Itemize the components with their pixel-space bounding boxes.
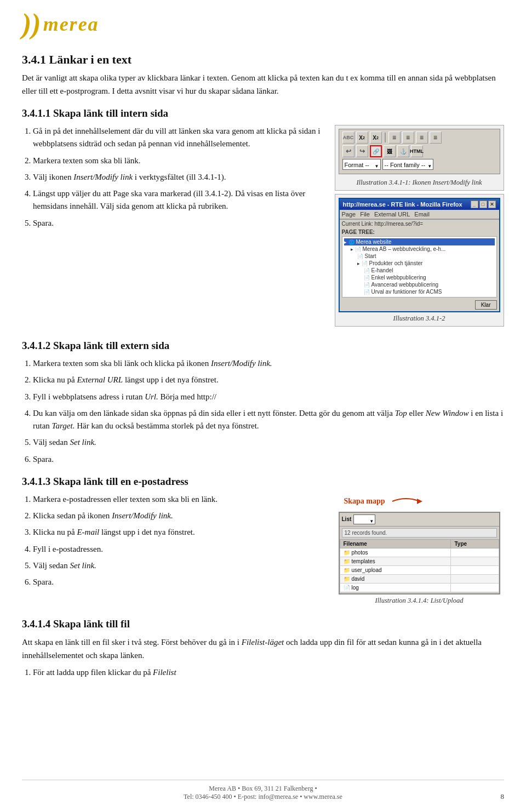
steps-left: Gå in på det innehållselement där du vil… [22,125,323,330]
format-label: Format -- [345,162,369,168]
fl-toolbar: List [340,513,499,527]
ff-close-btn[interactable]: ✕ [488,201,496,208]
html-btn: HTML [411,145,423,157]
intro-paragraph: Det är vanligt att skapa olika typer av … [22,71,504,98]
footer-contact: Tel: 0346-450 400 • E-post: info@merea.s… [22,793,504,801]
step-341-4-1: För att ladda upp filen klickar du på Fi… [33,666,504,679]
undo-btn: ↩ [342,145,355,157]
ff-tree-item-4[interactable]: 📄 E-handel [344,267,495,274]
step-3: Välj ikonen Insert/Modify link i verktyg… [33,171,323,184]
fl-row-templates: 📁templates [340,557,499,565]
fl-cell-user-upload-name: 📁user_upload [340,565,451,574]
filelist-mockup: List 12 records found. Filename Type [339,512,500,594]
svg-marker-0 [417,499,422,504]
ff-min-btn[interactable]: _ [471,201,478,208]
step-341-2-4: Du kan välja om den länkade sidan ska öp… [33,407,504,433]
separator-1 [385,133,386,142]
fl-cell-user-upload-type [451,565,499,574]
step-list-341-4: För att ladda upp filen klickar du på Fi… [33,666,504,679]
skapa-mapp-arrow [390,493,422,510]
fl-col-type: Type [451,539,499,548]
ff-menu-externalurl[interactable]: External URL [374,211,410,218]
section-341-3-content: Markera e-postadressen eller texten som … [22,493,504,608]
toolbar-mockup: ABC X2 X2 ≡ ≡ ≡ ≡ ↩ ↪ 🔗 🖼 [339,129,500,174]
steps-341-3-left: Markera e-postadressen eller texten som … [22,493,323,608]
toolbar-row-2: ↩ ↪ 🔗 🖼 ⚓ HTML [342,145,496,157]
sup-btn: X2 [370,131,382,144]
section-341-2-heading: 3.4.1.2 Skapa länk till extern sida [22,340,504,352]
step-341-2-5: Välj sedan Set link. [33,436,504,449]
align-right-btn: ≡ [416,131,428,144]
fl-cell-david-type [451,574,499,583]
step-list-341-3: Markera e-postadressen eller texten som … [33,493,323,589]
img-btn: 🖼 [384,145,396,157]
step-341-2-1: Markera texten som ska bli länk och klic… [33,357,504,370]
align-left-btn: ≡ [388,131,401,144]
skapa-mapp-label: Skapa mapp [344,497,385,506]
fl-col-filename: Filename [340,539,451,548]
step-1: Gå in på det innehållselement där du vil… [33,125,323,151]
firefox-dialog: http://merea.se - RTE link - Mozilla Fir… [339,198,500,312]
ff-tree-item-3[interactable]: ▸ 📄 Produkter och tjänster [344,260,495,267]
format-dropdown[interactable]: Format -- [342,159,381,170]
fontfamily-label: -- Font family -- [385,162,426,168]
fl-row-user-upload: 📁user_upload [340,565,499,574]
step-2: Markera texten som ska bli länk. [33,155,323,167]
fl-table: Filename Type 📁photos 📁templates [340,539,499,592]
section-341-4-heading: 3.4.1.4 Skapa länk till fil [22,618,504,630]
ff-tree-item-6[interactable]: 📄 Avancerad webbpublicering [344,281,495,288]
section-341-1-content: Gå in på det innehållselement där du vil… [22,125,504,330]
fl-cell-photos-type [451,548,499,557]
step-341-3-4: Fyll i e-postadressen. [33,543,323,556]
fl-dropdown[interactable] [353,514,375,524]
ff-menu-page[interactable]: Page [342,211,356,218]
step-list-341-2: Markera texten som ska bli länk och klic… [33,357,504,466]
logo-bracket: )) [22,10,41,38]
toolbar-illustration: ABC X2 X2 ≡ ≡ ≡ ≡ ↩ ↪ 🔗 🖼 [335,125,504,191]
ff-titlebar: http://merea.se - RTE link - Mozilla Fir… [340,199,499,210]
fontfamily-dropdown[interactable]: -- Font family -- [382,159,434,170]
ff-title: http://merea.se - RTE link - Mozilla Fir… [343,201,462,208]
illus-1-caption: Illustration 3.4.1-1: Ikonen Insert/Modi… [356,179,482,187]
step-list-341-1: Gå in på det innehållselement där du vil… [33,125,323,230]
ff-max-btn[interactable]: □ [479,201,487,208]
ff-tree-item-0[interactable]: ▸ 🌐 Merea website [344,238,495,245]
fl-cell-photos-name: 📁photos [340,548,451,557]
ff-menu-email[interactable]: Email [414,211,430,218]
skapa-mapp-row: Skapa mapp [339,493,500,510]
link-btn[interactable]: 🔗 [370,145,382,157]
fl-status: 12 records found. [342,528,497,537]
step-341-3-6: Spara. [33,576,323,588]
ff-tree-item-5[interactable]: 📄 Enkel webbpublicering [344,274,495,281]
ff-tree: ▸ 🌐 Merea website ▸ 📄 Merea AB – webbutv… [342,236,497,298]
fl-cell-log-name: 📄log [340,583,451,592]
redo-btn: ↪ [356,145,368,157]
page-number: 8 [501,792,505,801]
illus-2-caption: Illustration 3.4.1-2 [393,314,445,323]
align-justify-btn: ≡ [430,131,442,144]
footer-address: Merea AB • Box 69, 311 21 Falkenberg • [22,785,504,793]
ff-tree-item-7[interactable]: 📄 Urval av funktioner för ACMS [344,288,495,295]
main-heading: 3.4.1 Länkar i en text [22,53,504,67]
logo: )) merea [22,10,504,43]
section-341-4-intro: Att skapa en länk till en fil sker i två… [22,636,504,662]
fl-cell-david-name: 📁david [340,574,451,583]
step-4: Längst upp väljer du att Page ska vara m… [33,187,323,213]
ff-ok-button[interactable]: Klar [475,300,497,310]
align-center-btn: ≡ [402,131,414,144]
firefox-dialog-illustration: http://merea.se - RTE link - Mozilla Fir… [335,194,504,327]
ff-tree-item-2[interactable]: 📄 Start [344,253,495,260]
fl-cell-templates-type [451,557,499,565]
toolbar-row-1: ABC X2 X2 ≡ ≡ ≡ ≡ [342,131,496,144]
page-footer: Merea AB • Box 69, 311 21 Falkenberg • T… [22,780,504,801]
skapa-mapp-area: Skapa mapp List 12 records found. [339,493,500,605]
ff-titlebar-btns: _ □ ✕ [471,201,496,208]
ff-menu-file[interactable]: File [360,211,370,218]
abc-btn: ABC [342,131,355,144]
fl-cell-log-type [451,583,499,592]
toolbar-row-3: Format -- -- Font family -- [342,159,496,170]
ff-tree-item-1[interactable]: ▸ 📄 Merea AB – webbutveckling, e-h... [344,245,495,253]
fl-row-photos: 📁photos [340,548,499,557]
step-341-3-5: Välj sedan Set link. [33,559,323,572]
step-341-3-2: Klicka sedan på ikonen Insert/Modify lin… [33,510,323,522]
